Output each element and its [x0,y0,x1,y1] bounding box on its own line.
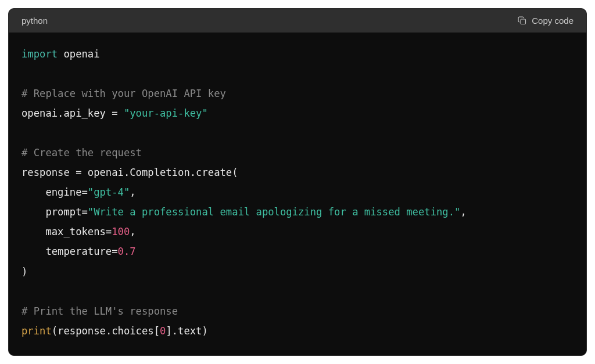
code-token: engine= [21,186,88,198]
code-token: 100 [112,226,130,237]
code-token: # Create the request [21,147,142,158]
code-token: openai [63,48,99,60]
code-token: # Print the LLM's response [21,305,178,317]
code-block: python Copy code import openai # Replace… [8,8,587,356]
code-line [21,64,574,84]
code-token [58,48,63,60]
code-line: # Create the request [21,143,574,163]
code-line [21,123,574,143]
code-line: print(response.choices[0].text) [21,321,574,341]
code-line: # Print the LLM's response [21,301,574,321]
code-content[interactable]: import openai # Replace with your OpenAI… [9,33,586,355]
code-line: max_tokens=100, [21,222,574,242]
code-token: , [460,206,466,218]
code-token: prompt= [21,206,88,218]
code-header: python Copy code [9,9,586,33]
code-token: "Write a professional email apologizing … [88,206,461,218]
code-line: engine="gpt-4", [21,182,574,202]
code-line: response = openai.Completion.create( [21,163,574,182]
code-token: "gpt-4" [88,186,130,198]
code-line: ) [21,262,574,282]
code-token: print [21,325,52,337]
svg-rect-0 [521,19,526,24]
code-token: import [21,48,58,60]
code-token: openai.api_key = [21,107,124,119]
code-token: 0.7 [118,246,136,257]
code-line: temperature=0.7 [21,242,574,261]
code-token: 0 [160,325,166,337]
copy-code-label: Copy code [532,16,574,26]
copy-icon [517,16,527,26]
code-token: # Replace with your OpenAI API key [21,88,226,99]
language-label: python [21,16,48,26]
code-token: , [130,186,135,198]
code-token: (response.choices[ [52,325,160,337]
code-line: import openai [21,44,574,64]
code-token: "your-api-key" [124,107,208,119]
code-line: # Replace with your OpenAI API key [21,84,574,103]
copy-code-button[interactable]: Copy code [517,16,574,26]
code-line [21,282,574,301]
code-token: response = openai.Completion.create( [21,167,238,178]
code-line: prompt="Write a professional email apolo… [21,202,574,222]
code-token: max_tokens= [21,226,112,237]
code-line: openai.api_key = "your-api-key" [21,103,574,123]
code-token: , [130,226,135,237]
code-token: temperature= [21,246,118,257]
code-token: ].text) [166,325,207,337]
code-token: ) [21,266,27,277]
